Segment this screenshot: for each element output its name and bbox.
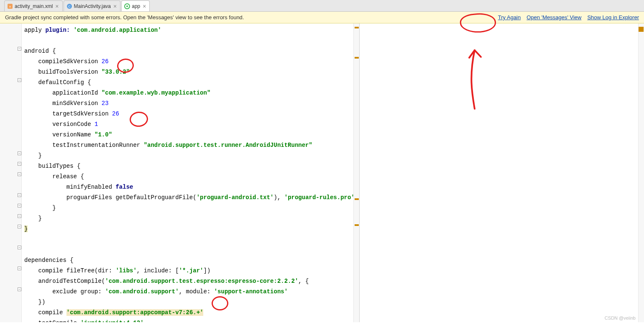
xml-file-icon: x	[7, 3, 13, 9]
tab-label: app	[132, 3, 140, 9]
fold-marker-icon[interactable]: −	[18, 225, 21, 228]
error-stripe[interactable]	[353, 23, 359, 322]
tab-activity-main-xml[interactable]: x activity_main.xml ×	[4, 0, 63, 11]
warning-marker[interactable]	[355, 198, 359, 200]
fold-marker-icon[interactable]: −	[18, 47, 21, 51]
fold-marker-icon[interactable]: −	[18, 78, 21, 82]
warning-marker[interactable]	[639, 27, 644, 32]
fold-marker-icon[interactable]: −	[18, 214, 21, 218]
gradle-file-icon	[124, 3, 130, 9]
watermark: CSDN @veiinb	[605, 315, 636, 320]
fold-marker-icon[interactable]: −	[18, 193, 21, 197]
close-icon[interactable]: ×	[113, 3, 117, 9]
svg-point-5	[126, 5, 128, 7]
warning-marker[interactable]	[355, 57, 359, 59]
java-file-icon: C	[66, 3, 72, 9]
close-icon[interactable]: ×	[143, 3, 146, 9]
fold-marker-icon[interactable]: −	[18, 287, 21, 291]
fold-marker-icon[interactable]: −	[18, 172, 21, 176]
code-editor[interactable]: − − − − − − − − − − − − apply plugin: 'c…	[0, 23, 360, 322]
fold-marker-icon[interactable]: −	[18, 151, 21, 155]
code-content[interactable]: apply plugin: 'com.android.application' …	[24, 25, 355, 322]
gradle-sync-notification: Gradle project sync completed with some …	[0, 12, 644, 23]
svg-text:x: x	[9, 5, 11, 8]
fold-marker-icon[interactable]: −	[18, 204, 21, 208]
fold-marker-icon[interactable]: −	[18, 267, 21, 270]
editor-gutter: − − − − − − − − − − − −	[0, 23, 22, 322]
editor-tabs: x activity_main.xml × C MainActivity.jav…	[0, 0, 644, 12]
notification-message: Gradle project sync completed with some …	[5, 14, 244, 21]
close-icon[interactable]: ×	[55, 3, 59, 9]
error-stripe[interactable]	[638, 23, 644, 322]
notification-actions: Try Again Open 'Messages' View Show Log …	[498, 14, 639, 21]
warning-marker[interactable]	[355, 224, 359, 226]
tab-main-activity-java[interactable]: C MainActivity.java ×	[64, 0, 121, 11]
editor-container: − − − − − − − − − − − − apply plugin: 'c…	[0, 23, 644, 322]
tab-label: MainActivity.java	[74, 3, 111, 9]
fold-marker-icon[interactable]: −	[18, 246, 21, 249]
tab-app-gradle[interactable]: app ×	[121, 0, 150, 11]
tab-label: activity_main.xml	[15, 3, 53, 9]
open-messages-link[interactable]: Open 'Messages' View	[526, 14, 581, 21]
fold-marker-icon[interactable]: −	[18, 162, 21, 166]
try-again-link[interactable]: Try Again	[498, 14, 521, 21]
warning-marker[interactable]	[355, 27, 359, 28]
show-log-link[interactable]: Show Log in Explorer	[587, 14, 639, 21]
svg-text:C: C	[68, 5, 71, 8]
secondary-pane	[360, 23, 644, 322]
